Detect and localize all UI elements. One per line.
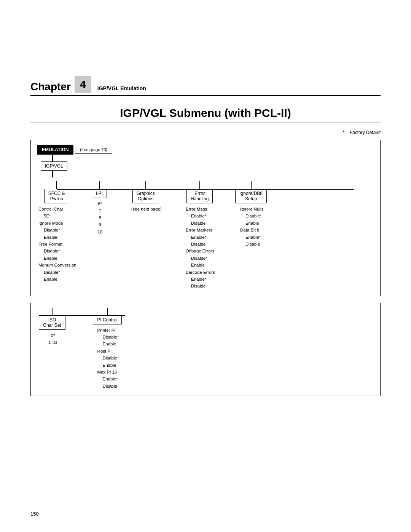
page-title: IGP/VGL Submenu (with PCL-II) — [30, 107, 381, 123]
from-page-label: (from page 70) — [75, 147, 112, 154]
chapter-word: Chapter — [30, 81, 71, 93]
ignore-sub: Ignore Nulls Disable* Enable Data Bit 8 … — [239, 206, 263, 248]
lpi-sub: 6*78910 — [96, 200, 102, 235]
ignore-box: Ignore/DB8Setup — [235, 189, 267, 203]
diagram-container: EMULATION (from page 70) IGP/VGL — [30, 140, 381, 396]
chapter-number: 4 — [75, 76, 91, 93]
iso-box: ISOChar Set — [39, 315, 65, 330]
error-col: ErrorHandling Error Msgs Enable* Disable… — [181, 181, 219, 290]
lpi-box: LPI — [92, 189, 107, 198]
page: Chapter 4 IGP/VGL Emulation IGP/VGL Subm… — [0, 0, 411, 532]
emulation-box: EMULATION — [37, 145, 73, 155]
graphics-col: GraphicsOptions (see next page) — [130, 181, 162, 212]
factory-default-note: * = Factory Default — [30, 130, 381, 135]
iso-col: ISOChar Set 0*1-33 — [37, 308, 67, 346]
picontrol-sub: Printer PI Disable* Enable Host PI Disab… — [96, 327, 119, 390]
page-number: 150 — [30, 511, 39, 517]
bottom-section-box: ISOChar Set 0*1-33 PI Control Printer PI… — [30, 303, 381, 396]
top-section-box: EMULATION (from page 70) IGP/VGL — [30, 140, 381, 296]
ignore-col: Ignore/DB8Setup Ignore Nulls Disable* En… — [234, 181, 268, 248]
sfcc-sub: Control Char 5E* Ignore Mode Disable* En… — [37, 206, 76, 283]
graphics-box: GraphicsOptions — [132, 189, 159, 203]
chapter-header: Chapter 4 IGP/VGL Emulation — [30, 76, 381, 96]
sfcc-box: SFCC &Pwrup — [44, 189, 69, 203]
chapter-title: IGP/VGL Emulation — [97, 85, 146, 93]
picontrol-box: PI Control — [93, 315, 121, 324]
iso-sub: 0*1-33 — [47, 332, 57, 346]
error-box: ErrorHandling — [186, 189, 213, 203]
sfcc-col: SFCC &Pwrup Control Char 5E* Ignore Mode… — [37, 181, 76, 283]
igpvgl-box: IGP/VGL — [41, 161, 67, 171]
graphics-sub: (see next page) — [130, 206, 162, 212]
picontrol-col: PI Control Printer PI Disable* Enable Ho… — [90, 308, 124, 390]
error-sub: Error Msgs Enable* Disable Error Markers… — [184, 206, 215, 290]
